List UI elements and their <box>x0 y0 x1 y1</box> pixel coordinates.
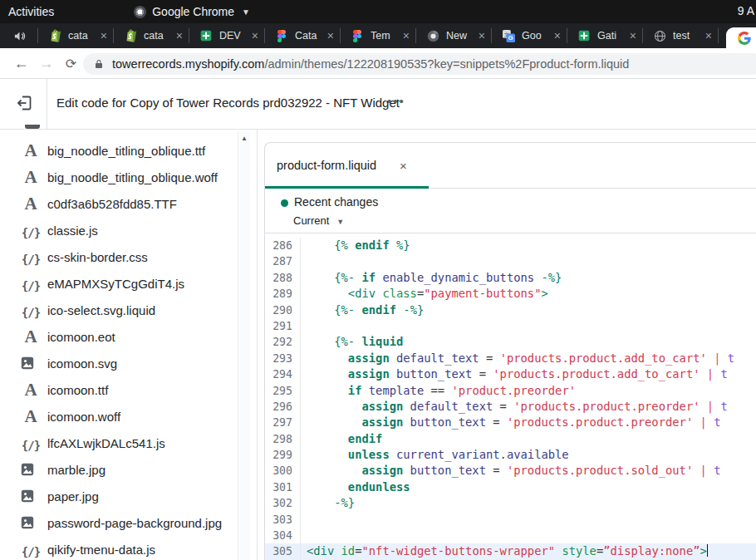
tab-close-icon[interactable]: × <box>479 29 485 42</box>
file-item-marble.jpg[interactable]: marble.jpg <box>0 456 257 483</box>
line-content: assign default_text = 'products.product.… <box>301 399 728 415</box>
file-item-big_noodle_titling_oblique.woff[interactable]: Abig_noodle_titling_oblique.woff <box>0 164 257 190</box>
token <box>403 464 410 477</box>
line-content: {%- endif -%} <box>301 302 424 318</box>
file-item-big_noodle_titling_oblique.ttf[interactable]: Abig_noodle_titling_oblique.ttf <box>0 137 257 164</box>
tab-close-icon[interactable]: × <box>101 29 107 42</box>
url-path: /admin/themes/122208190535?key=snippets%… <box>264 57 629 71</box>
scrollbar-up-arrow[interactable]: ▲ <box>241 135 248 142</box>
token <box>307 384 348 397</box>
file-item-icomoon.eot[interactable]: Aicomoon.eot <box>0 323 257 350</box>
token <box>424 384 430 397</box>
token: ”display:none” <box>603 544 700 558</box>
token <box>403 415 410 429</box>
line-number: 295 <box>265 383 301 399</box>
file-name: classie.js <box>47 224 98 238</box>
browser-tab-tem[interactable]: Tem× <box>341 23 416 48</box>
browser-tab-new[interactable]: New× <box>416 23 492 48</box>
token: assign <box>361 415 403 429</box>
token <box>390 367 396 381</box>
file-item-icomoon.ttf[interactable]: Aicomoon.ttf <box>0 376 257 403</box>
exit-code-editor-button[interactable] <box>13 92 35 114</box>
active-browser-tab-partial[interactable] <box>726 27 756 48</box>
address-bar[interactable]: towerrecords.myshopify.com/admin/themes/… <box>83 53 756 75</box>
editor-tab-product-form[interactable]: product-form.liquid × <box>265 143 429 188</box>
tab-close-icon[interactable]: × <box>327 29 334 42</box>
editor-tab-close-icon[interactable]: × <box>400 159 407 173</box>
tab-close-icon[interactable]: × <box>403 29 410 42</box>
token: -%} <box>334 496 355 509</box>
code-line-305: 305<div id="nft-widget-buttons-wrapper" … <box>265 543 756 559</box>
activities-button[interactable]: Activities <box>0 5 69 18</box>
code-line-299: 299 unless current_variant.available <box>265 447 756 463</box>
file-name: cs-skin-border.css <box>47 250 148 264</box>
file-item-ico-select.svg.liquid[interactable]: {/}ico-select.svg.liquid <box>0 297 257 323</box>
editor-tab-row: product-form.liquid × <box>265 143 756 189</box>
file-list: Abig_noodle_titling_oblique.ttfAbig_nood… <box>0 130 257 560</box>
line-content: endif <box>301 431 382 447</box>
file-item-icomoon.svg[interactable]: icomoon.svg <box>0 350 257 376</box>
file-item-paper.jpg[interactable]: paper.jpg <box>0 483 257 509</box>
url-text: towerrecords.myshopify.com/admin/themes/… <box>112 57 629 71</box>
file-item-classie.js[interactable]: {/}classie.js <box>0 217 257 243</box>
token <box>307 335 334 348</box>
token <box>693 464 700 477</box>
file-name: big_noodle_titling_oblique.woff <box>47 170 218 184</box>
back-button[interactable]: ← <box>10 52 32 75</box>
token: {% <box>334 238 348 252</box>
code-line-289: 289 <div class="payment-buttons"> <box>265 286 756 302</box>
token <box>493 351 499 365</box>
file-item-eMAPMXSyTCgGdiT4.js[interactable]: {/}eMAPMXSyTCgGdiT4.js <box>0 270 257 297</box>
tab-close-icon[interactable]: × <box>630 29 636 42</box>
token: assign <box>348 367 390 381</box>
file-item-password-page-background.jpg[interactable]: password-page-background.jpg <box>0 509 257 536</box>
reload-button[interactable]: ⟳ <box>60 52 82 75</box>
browser-tab-goo[interactable]: 文GGoo× <box>492 23 567 48</box>
file-name: icomoon.svg <box>47 356 117 371</box>
line-number: 304 <box>265 528 301 543</box>
line-number: 296 <box>265 399 301 415</box>
token: = <box>500 400 507 413</box>
forward-button[interactable]: → <box>35 52 57 75</box>
file-item-cs-skin-border.css[interactable]: {/}cs-skin-border.css <box>0 243 257 270</box>
file-name: paper.jpg <box>47 489 99 504</box>
image-file-icon <box>20 489 42 504</box>
file-item-icomoon.woff[interactable]: Aicomoon.woff <box>0 403 257 430</box>
tab-close-icon[interactable]: × <box>554 29 561 42</box>
browser-tab-strip: cata×cata×DEV×Cata×Tem×New×文GGoo×Gati×te… <box>0 23 756 48</box>
code-editing-area[interactable]: 286 {% endif %}287288 {%- if enable_dyna… <box>265 233 756 560</box>
browser-tab-cata[interactable]: cata× <box>38 23 114 48</box>
app-menu-label: Google Chrome <box>152 5 234 18</box>
code-line-292: 292 {%- liquid <box>265 334 756 350</box>
line-content: <div id="nft-widget-buttons-wrapper" sty… <box>301 543 708 559</box>
line-content <box>301 512 307 528</box>
more-options-button[interactable]: ••• <box>387 94 405 108</box>
main-content: Abig_noodle_titling_oblique.ttfAbig_nood… <box>0 130 756 560</box>
file-item-lfcAXLwjkDALc541.js[interactable]: {/}lfcAXLwjkDALc541.js <box>0 430 257 456</box>
browser-tab-cata[interactable]: Cata× <box>265 23 341 48</box>
token: if <box>361 271 376 284</box>
browser-tab-test[interactable]: test× <box>643 23 719 48</box>
line-content <box>301 528 307 543</box>
token: button_text <box>410 464 486 477</box>
tab-close-icon[interactable]: × <box>252 29 258 42</box>
theme-files-sidebar: Abig_noodle_titling_oblique.ttfAbig_nood… <box>0 130 258 560</box>
browser-tab-gati[interactable]: Gati× <box>567 23 643 48</box>
chrome-app-menu[interactable]: Google Chrome ▼ <box>134 5 250 18</box>
line-number: 301 <box>265 479 301 495</box>
token: > <box>700 544 707 558</box>
tab-close-icon[interactable]: × <box>705 29 712 42</box>
browser-tab-dev[interactable]: DEV× <box>189 23 265 48</box>
tab-title: Cata <box>295 30 324 42</box>
tab-close-icon[interactable]: × <box>176 29 183 42</box>
browser-tab-cata[interactable]: cata× <box>114 23 189 48</box>
version-dropdown[interactable]: Current▼ <box>293 214 344 227</box>
sidebar-scrollbar[interactable]: ▲ <box>238 131 250 560</box>
editor-tab-label: product-form.liquid <box>277 159 376 172</box>
file-item-c0df3a6b528fdd85.TTF[interactable]: Ac0df3a6b528fdd85.TTF <box>0 190 257 217</box>
line-number: 288 <box>265 270 301 286</box>
file-item-qikify-tmenu-data.js[interactable]: {/}qikify-tmenu-data.js <box>0 536 257 560</box>
token <box>493 400 499 413</box>
line-content: if template == 'product.preorder' <box>301 383 576 399</box>
code-line-294: 294 assign button_text = 'products.produ… <box>265 366 756 382</box>
